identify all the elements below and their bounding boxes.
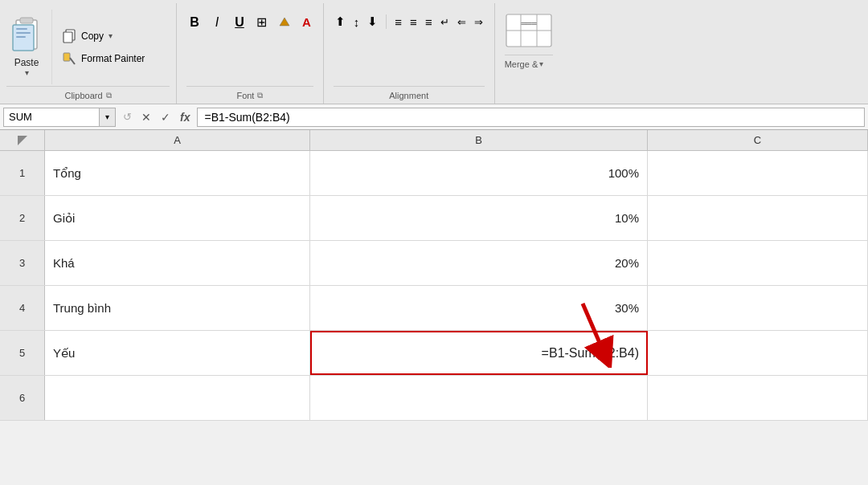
row-num-1: 1 [0,151,45,195]
align-right-button[interactable]: ≡ [424,14,434,31]
format-painter-label: Format Painter [81,53,145,64]
spreadsheet: A B C 1 Tổng 100% 2 Giỏi 10% 3 Khá 20% 4… [0,130,868,421]
align-middle-button[interactable]: ↕ [352,14,362,31]
fill-color-icon [278,16,291,29]
name-box[interactable]: SUM [3,108,100,127]
cell-c6[interactable] [648,376,868,420]
svg-rect-1 [20,18,33,23]
cell-b4[interactable]: 30% [310,286,648,330]
table-row: 6 [0,376,868,421]
format-painter-icon [62,51,76,66]
svg-rect-4 [16,32,31,34]
column-header-row: A B C [0,130,868,151]
svg-rect-8 [63,53,70,61]
cell-a6[interactable] [45,376,310,420]
fill-color-button[interactable] [276,14,293,31]
table-row: 3 Khá 20% [0,241,868,286]
svg-rect-3 [16,28,27,30]
cell-c1[interactable] [648,151,868,195]
font-group: B I U ⊞ A Font ⧉ [177,3,324,104]
formula-controls: ↺ ✕ ✓ fx [116,111,197,124]
indent-decrease-button[interactable]: ⇐ [456,14,468,30]
cell-a1[interactable]: Tổng [45,151,310,195]
indent-increase-button[interactable]: ⇒ [473,14,485,30]
align-left-button[interactable]: ≡ [393,14,403,31]
fx-button[interactable]: fx [178,111,192,124]
col-header-b[interactable]: B [310,130,648,150]
format-painter-button[interactable]: Format Painter [59,50,148,67]
clipboard-group: Paste ▾ Copy ▾ Fo [0,3,177,104]
cell-a5[interactable]: Yếu [45,331,310,375]
svg-rect-7 [63,32,72,43]
align-top-button[interactable]: ⬆ [334,13,347,31]
row-num-5: 5 [0,331,45,375]
copy-button[interactable]: Copy ▾ [59,27,148,45]
svg-line-9 [70,58,75,64]
merge-section-label: Merge & [505,59,538,69]
alignment-group: ⬆ ↕ ⬇ ≡ ≡ ≡ ↵ ⇐ ⇒ Alignment [324,3,495,104]
alignment-section-label: Alignment [389,91,428,100]
cell-a4[interactable]: Trung bình [45,286,310,330]
formula-input[interactable]: =B1-Sum(B2:B4) [197,108,865,127]
align-center-button[interactable]: ≡ [408,14,419,31]
merge-cells-icon: ═══ [505,13,553,48]
name-box-dropdown[interactable]: ▾ [100,108,116,127]
svg-line-18 [583,304,605,356]
merge-group: ═══ Merge & ▾ [495,3,563,104]
confirm-formula-button[interactable]: ✓ [158,111,173,124]
svg-marker-16 [18,136,27,145]
svg-text:═══: ═══ [520,19,537,27]
merge-expand-icon[interactable]: ▾ [539,59,543,68]
cell-a3[interactable]: Khá [45,241,310,285]
paste-button[interactable]: Paste ▾ [6,10,52,84]
clipboard-actions: Copy ▾ Format Painter [59,10,148,84]
table-row: 4 Trung bình 30% [0,286,868,331]
cell-c5[interactable] [648,331,868,375]
svg-marker-10 [280,18,289,26]
cell-b1[interactable]: 100% [310,151,648,195]
cell-a2[interactable]: Giỏi [45,196,310,240]
font-section-label: Font [236,91,254,100]
cell-b3[interactable]: 20% [310,241,648,285]
copy-icon [62,29,76,43]
undo-ctrl-button[interactable]: ↺ [121,111,134,123]
copy-label: Copy [81,31,104,42]
cell-c2[interactable] [648,196,868,240]
clipboard-section-label: Clipboard [64,91,102,100]
row-num-4: 4 [0,286,45,330]
row-num-2: 2 [0,196,45,240]
cell-c3[interactable] [648,241,868,285]
borders-button[interactable]: ⊞ [254,13,269,31]
row-num-header [0,130,45,150]
cancel-formula-button[interactable]: ✕ [139,111,154,124]
row-num-6: 6 [0,376,45,420]
arrow-indicator [567,295,623,370]
col-header-a[interactable]: A [45,130,310,150]
formula-bar: SUM ▾ ↺ ✕ ✓ fx =B1-Sum(B2:B4) [0,104,868,130]
row-num-3: 3 [0,241,45,285]
wrap-text-button[interactable]: ↵ [439,14,451,30]
svg-rect-5 [16,36,26,38]
align-bottom-button[interactable]: ⬇ [366,13,379,31]
font-color-button[interactable]: A [300,14,313,31]
ribbon: Paste ▾ Copy ▾ Fo [0,0,868,104]
italic-button[interactable]: I [209,14,225,31]
col-header-c[interactable]: C [648,130,868,150]
paste-icon [10,17,43,55]
paste-label: Paste [14,57,39,68]
cell-b6[interactable] [310,376,648,420]
cell-b2[interactable]: 10% [310,196,648,240]
underline-button[interactable]: U [231,14,248,31]
clipboard-expand-icon[interactable]: ⧉ [106,91,112,100]
table-row: 5 Yếu =B1-Sum(B2:B4) [0,331,868,376]
bold-button[interactable]: B [186,14,203,31]
table-row: 2 Giỏi 10% [0,196,868,241]
cell-c4[interactable] [648,286,868,330]
font-expand-icon[interactable]: ⧉ [257,91,263,100]
table-row: 1 Tổng 100% [0,151,868,196]
